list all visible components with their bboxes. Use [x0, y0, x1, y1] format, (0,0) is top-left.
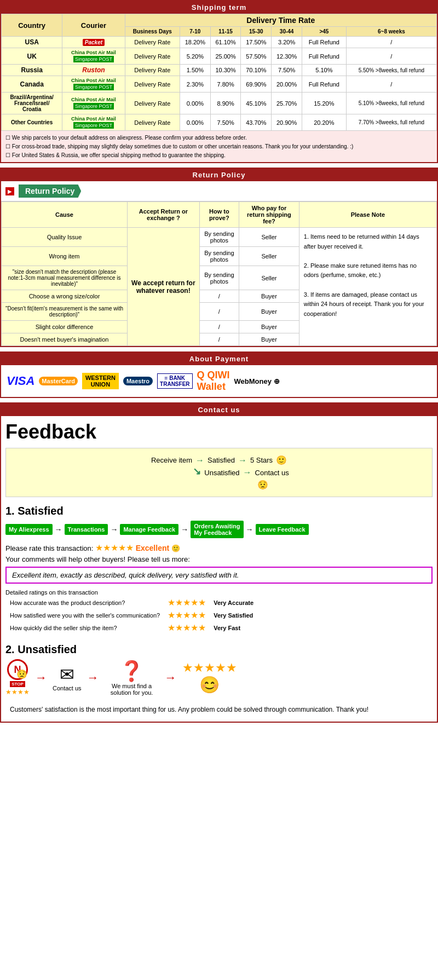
country-russia: Russia: [2, 65, 62, 76]
rate-uk-6: /: [346, 48, 436, 65]
find-solution-text: We must find a solution for you.: [105, 683, 159, 696]
step-transactions[interactable]: Transactions: [65, 524, 108, 535]
rate-uk-2: 25.00%: [210, 48, 241, 65]
accept-all: We accept return for whatever reason!: [127, 228, 199, 346]
rate-ru-6: 5.50% >8weeks, full refund: [346, 65, 436, 76]
visa-logo: VISA: [7, 374, 34, 388]
detail-row-1: How accurate was the product description…: [7, 597, 257, 608]
please-note: 1. Items need to be returned within 14 d…: [299, 228, 436, 346]
step-manage-feedback[interactable]: Manage Feedback: [120, 524, 178, 535]
western-union-logo: WESTERNUNION: [82, 373, 119, 389]
contact-header: Contact us: [1, 403, 437, 416]
return-icon: ▶: [5, 187, 14, 195]
th-cause: Cause: [2, 202, 128, 228]
no-circle: N 😟: [7, 659, 28, 680]
who-color: Buyer: [239, 321, 299, 333]
excellent-label: Excellent: [136, 544, 169, 552]
courier-canada: China Post Air Mail Singapore POST: [62, 76, 125, 93]
contact-section: Contact us Feedback Receive item → Satis…: [0, 402, 438, 723]
receive-label: Receive item: [151, 456, 192, 464]
cause-wrong: Wrong item: [2, 247, 128, 266]
country-brazil: Brazil/Argentina/France/Israel/Croatia: [2, 93, 62, 114]
arrow-down-unsat: ↘: [193, 465, 201, 477]
col-courier: Courier: [62, 14, 125, 37]
del-rate-canada: Delivery Rate: [125, 76, 180, 93]
rate-uk-5: Full Refund: [302, 48, 347, 65]
how-wrong: By sending photos: [199, 247, 239, 266]
rate-usa-4: 3.20%: [272, 37, 302, 48]
ruston-logo: Ruston: [82, 66, 105, 74]
table-row: UK China Post Air Mail Singapore POST De…: [2, 48, 437, 65]
rate-usa-2: 61.10%: [210, 37, 241, 48]
mastercard-logo: MasterCard: [39, 377, 78, 385]
table-row: USA Packet Delivery Rate 18.20% 61.10% 1…: [2, 37, 437, 48]
col-country: Country: [2, 14, 62, 37]
how-wrong-size: /: [199, 290, 239, 303]
step-arrow-3: →: [181, 525, 188, 534]
stop-sign: STOP: [10, 681, 25, 687]
country-canada: Canada: [2, 76, 62, 93]
arrow-right-3: →: [243, 468, 252, 477]
del-rate-uk: Delivery Rate: [125, 48, 180, 65]
rate-br-1: 0.00%: [180, 93, 210, 114]
step-arrow-2: →: [110, 525, 118, 534]
rate-uk-3: 57.50%: [241, 48, 272, 65]
how-imagination: /: [199, 333, 239, 346]
sub-45: >45: [302, 27, 347, 37]
step-arrow-4: →: [246, 525, 253, 534]
note-3: ☐ For United States & Russia, we offer s…: [5, 151, 433, 159]
table-row: Brazil/Argentina/France/Israel/Croatia C…: [2, 93, 437, 114]
rate-usa-6: /: [346, 37, 436, 48]
contact-us-label: Contact us: [53, 685, 82, 691]
singapore-post-canada: Singapore POST: [73, 84, 114, 90]
post-logo-uk: China Post Air Mail: [71, 50, 116, 55]
country-uk: UK: [2, 48, 62, 65]
note-2: ☐ For cross-broad trade, shipping may sl…: [5, 142, 433, 151]
cause-imagination: Doesn't meet buyer's imagination: [2, 333, 128, 346]
post-logo-other: China Post Air Mail: [71, 116, 116, 122]
how-nofit: /: [199, 303, 239, 321]
rate-usa-1: 18.20%: [180, 37, 210, 48]
ratings-detail: Detailed ratings on this transaction How…: [5, 587, 433, 637]
delivery-time-header: Delivery Time Rate: [125, 14, 436, 27]
feedback-title: Feedback: [1, 416, 437, 443]
step-arrow-1: →: [55, 525, 62, 534]
rating-stars: ★★★★★: [95, 543, 134, 552]
rate-ca-5: Full Refund: [302, 76, 347, 93]
detail-label-1: How accurate was the product description…: [7, 597, 163, 608]
rate-ru-1: 1.50%: [180, 65, 210, 76]
detail-row-3: How quickly did the seller ship the item…: [7, 622, 257, 633]
rate-ru-3: 70.10%: [241, 65, 272, 76]
return-row-quality: Quality Issue We accept return for whate…: [2, 228, 437, 247]
table-row: Canada China Post Air Mail Singapore POS…: [2, 76, 437, 93]
detail-stars-1: ★★★★★: [168, 598, 206, 607]
singapore-post-other: Singapore POST: [73, 122, 114, 129]
del-rate-brazil: Delivery Rate: [125, 93, 180, 114]
courier-brazil: China Post Air Mail Singapore POST: [62, 93, 125, 114]
step-leave-feedback[interactable]: Leave Feedback: [256, 524, 309, 535]
note-1: ☐ We ship parcels to your default addres…: [5, 134, 433, 142]
how-quality: By sending photos: [199, 228, 239, 247]
sub-6-8weeks: 6~8 weeks: [346, 27, 436, 37]
feedback-flow-box: Receive item → Satisfied → 5 Stars 🙂 ↘ U…: [5, 448, 433, 497]
sub-30-44: 30-44: [272, 27, 302, 37]
qiwi-logo: Q QIWIWallet: [197, 370, 230, 393]
shipping-table: Country Courier Delivery Time Rate Busin…: [1, 14, 437, 131]
rate-usa-5: Full Refund: [302, 37, 347, 48]
return-table: Cause Accept Return or exchange ? How to…: [1, 201, 437, 346]
step-orders-awaiting[interactable]: Orders AwaitingMy Feedback: [191, 521, 243, 538]
th-who: Who pay for return shipping fee?: [239, 202, 299, 228]
post-logo-brazil: China Post Air Mail: [71, 97, 116, 102]
shipping-section: Shipping term Country Courier Delivery T…: [0, 0, 438, 163]
step-my-aliexpress[interactable]: My Aliexpress: [5, 524, 53, 535]
email-icon: ✉: [60, 664, 74, 685]
country-other: Other Countries: [2, 114, 62, 131]
solution-block: ❓ We must find a solution for you.: [105, 660, 159, 696]
del-rate-russia: Delivery Rate: [125, 65, 180, 76]
arrow-right-unsat: →: [35, 671, 47, 685]
final-text: Customers' satisfaction is the most impo…: [5, 701, 433, 718]
rate-uk-1: 5.20%: [180, 48, 210, 65]
rate-ca-6: /: [346, 76, 436, 93]
webmoney-logo: WebMoney ⊕: [234, 377, 280, 385]
smile-rate: 🙂: [171, 544, 180, 552]
